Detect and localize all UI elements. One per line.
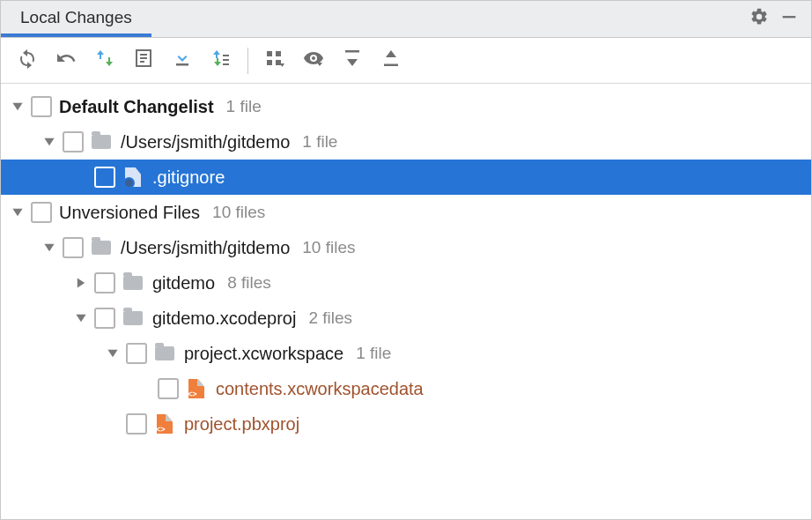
toolbar: [1, 38, 811, 84]
svg-rect-5: [176, 63, 188, 66]
file-count: 1 file: [302, 132, 337, 152]
checkbox[interactable]: [126, 413, 147, 435]
file-row-xcworkspacedata[interactable]: <> contents.xcworkspacedata: [1, 371, 811, 406]
checkbox[interactable]: [31, 202, 52, 223]
preview-button[interactable]: [296, 43, 331, 78]
checkbox[interactable]: [94, 308, 115, 329]
svg-rect-11: [384, 64, 398, 67]
download-icon: [172, 48, 193, 73]
folder-icon: [91, 237, 112, 258]
file-label: .gitignore: [152, 167, 225, 188]
expand-all-icon: [342, 48, 363, 73]
folder-row[interactable]: /Users/jsmith/gitdemo 10 files: [1, 230, 811, 265]
collapse-all-icon: [380, 48, 402, 73]
file-label: project.pbxproj: [184, 413, 299, 435]
folder-path-label: /Users/jsmith/gitdemo: [121, 131, 290, 152]
chevron-right-icon[interactable]: [71, 277, 91, 289]
file-count: 10 files: [212, 203, 265, 223]
folder-path-label: /Users/jsmith/gitdemo: [121, 237, 290, 258]
undo-icon: [55, 48, 77, 73]
file-count: 8 files: [227, 273, 271, 293]
folder-label: gitdemo: [152, 272, 215, 293]
folder-icon: [122, 308, 144, 329]
file-count: 2 files: [308, 308, 352, 329]
toolbar-separator: [247, 48, 248, 74]
gear-icon: [749, 7, 769, 31]
folder-label: project.xcworkspace: [184, 343, 343, 364]
changelist-row-default[interactable]: Default Changelist 1 file: [1, 89, 811, 124]
chevron-down-icon[interactable]: [40, 136, 59, 148]
settings-button[interactable]: [744, 1, 774, 37]
checkbox[interactable]: [126, 343, 147, 364]
title-bar: Local Changes: [1, 1, 811, 38]
folder-label: gitdemo.xcodeproj: [152, 308, 296, 329]
tab-local-changes[interactable]: Local Changes: [1, 1, 151, 37]
shelve-icon: [210, 48, 232, 73]
svg-rect-0: [783, 16, 796, 18]
file-label: contents.xcworkspacedata: [216, 378, 424, 399]
svg-rect-6: [267, 51, 272, 56]
shelve-button[interactable]: [203, 43, 239, 78]
folder-row-xcworkspace[interactable]: project.xcworkspace 1 file: [1, 336, 811, 371]
changes-tree: Default Changelist 1 file /Users/jsmith/…: [1, 84, 811, 447]
tab-label: Local Changes: [20, 8, 132, 27]
minimize-icon: [779, 7, 799, 31]
checkbox[interactable]: [94, 167, 115, 188]
file-icon: <>: [186, 378, 207, 399]
file-icon: <>: [154, 413, 175, 435]
hide-button[interactable]: [774, 1, 804, 37]
update-icon: [94, 48, 115, 73]
changelist-icon: [133, 48, 154, 73]
folder-row-gitdemo[interactable]: gitdemo 8 files: [1, 265, 811, 301]
commit-button[interactable]: [165, 43, 200, 78]
chevron-down-icon[interactable]: [71, 312, 91, 324]
chevron-down-icon[interactable]: [8, 206, 27, 219]
chevron-down-icon[interactable]: [103, 347, 122, 360]
update-button[interactable]: [87, 43, 122, 78]
folder-icon: [122, 272, 144, 293]
svg-rect-7: [276, 51, 281, 56]
checkbox[interactable]: [63, 237, 84, 258]
file-count: 10 files: [302, 238, 355, 258]
collapse-all-button[interactable]: [373, 43, 409, 78]
checkbox[interactable]: [94, 272, 115, 293]
changelist-row-unversioned[interactable]: Unversioned Files 10 files: [1, 195, 811, 230]
file-count: 1 file: [356, 344, 391, 364]
checkbox[interactable]: [63, 131, 84, 152]
folder-icon: [91, 131, 112, 152]
file-count: 1 file: [226, 97, 262, 117]
group-by-button[interactable]: [257, 43, 292, 78]
refresh-button[interactable]: [10, 43, 45, 78]
folder-icon: [154, 343, 175, 364]
chevron-down-icon[interactable]: [40, 241, 59, 254]
checkbox[interactable]: [158, 378, 179, 399]
file-icon: [122, 167, 144, 188]
checkbox[interactable]: [31, 96, 52, 117]
file-row-pbxproj[interactable]: <> project.pbxproj: [1, 406, 811, 442]
changelist-label: Unversioned Files: [59, 202, 200, 223]
file-row-gitignore[interactable]: .gitignore: [1, 160, 811, 195]
eye-icon: [303, 48, 324, 73]
refresh-icon: [17, 48, 38, 73]
rollback-button[interactable]: [48, 43, 84, 78]
expand-all-button[interactable]: [335, 43, 370, 78]
changelist-label: Default Changelist: [59, 96, 214, 117]
svg-rect-8: [267, 60, 272, 65]
folder-row-xcodeproj[interactable]: gitdemo.xcodeproj 2 files: [1, 301, 811, 336]
svg-rect-9: [276, 60, 281, 65]
diff-button[interactable]: [126, 43, 161, 78]
chevron-down-icon[interactable]: [8, 100, 27, 113]
svg-rect-10: [345, 50, 359, 53]
folder-row[interactable]: /Users/jsmith/gitdemo 1 file: [1, 124, 811, 160]
group-icon: [264, 48, 285, 73]
